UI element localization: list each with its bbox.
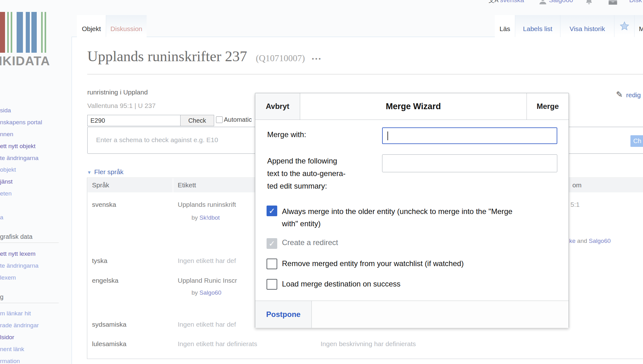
text-cursor [387, 131, 388, 140]
table-row-language: tyska [92, 257, 107, 265]
load-destination-label: Load merge destination on success [282, 280, 401, 288]
postpone-button[interactable]: Postpone [255, 301, 312, 328]
sidebar-item[interactable]: nskapens portal [0, 116, 42, 128]
sidebar-item[interactable]: rade ändringar [0, 319, 39, 331]
sidebar-item[interactable]: ett nytt objekt [0, 140, 35, 152]
language-label: svenska [500, 0, 524, 3]
more-languages-toggle[interactable]: ▾ Fler språk [88, 168, 123, 176]
table-row-description: Ingen beskrivning har definierats [321, 340, 416, 348]
check-button[interactable]: Check [180, 115, 214, 126]
tab-more-menu[interactable]: M [634, 15, 643, 37]
attribution-user-link[interactable]: ke [569, 238, 575, 244]
title-underline [87, 74, 643, 74]
create-redirect-label: Create a redirect [282, 238, 338, 247]
alias-fragment: 5:1 [570, 201, 580, 208]
table-bottom-border [87, 359, 643, 359]
cancel-button[interactable]: Avbryt [255, 93, 300, 120]
sidebar-item[interactable]: rmation [0, 355, 20, 364]
append-label-line: ted edit summary: [267, 180, 346, 192]
entity-description: runristning i Uppland [87, 88, 148, 96]
sidebar-item[interactable]: objekt [0, 164, 16, 176]
table-row-language: sydsamiska [92, 321, 127, 328]
sidebar-item[interactable]: a [0, 211, 3, 223]
bell-icon[interactable] [585, 0, 593, 6]
tab-diskussion[interactable]: Diskussion [106, 15, 147, 37]
sidebar-item[interactable]: nnen [0, 128, 13, 140]
sidebar-item[interactable]: sida [0, 104, 11, 116]
more-languages-label: Fler språk [94, 168, 123, 175]
sidebar-item[interactable]: lexem [0, 272, 16, 284]
label-attribution: by Sk!dbot [192, 214, 220, 221]
table-row-label: Ingen etikett har def [178, 257, 236, 265]
wikidata-logo[interactable]: IKIDATA [0, 12, 50, 67]
pencil-icon: ✎ [616, 90, 623, 99]
by-text: by [192, 214, 198, 221]
sidebar-header-tools: g [0, 293, 59, 303]
table-row-label: Ingen etikett har definierats [178, 340, 257, 348]
sidebar-item[interactable]: jänst [0, 176, 13, 188]
talk-link[interactable]: Disk [629, 0, 642, 4]
logo-bar [0, 12, 5, 53]
tab-visa-historik[interactable]: Visa historik [560, 15, 614, 37]
entity-qid: (Q10710007) [256, 53, 305, 63]
label-attribution: by Salgo60 [192, 289, 221, 296]
logo-bar [45, 12, 46, 53]
tab-las[interactable]: Läs [495, 15, 515, 37]
attribution-user-link[interactable]: Salgo60 [589, 238, 611, 244]
check-icon: ✓ [269, 206, 275, 215]
merge-wizard-dialog: Avbryt Merge Wizard Merge Merge with: Ap… [255, 93, 569, 328]
column-header-alias-fragment: om [572, 181, 581, 189]
sidebar-item[interactable]: eten [0, 188, 12, 200]
language-selector[interactable]: 文A svenska [489, 0, 524, 4]
sidebar-item[interactable]: te ändringarna [0, 260, 39, 272]
check-icon: ✓ [269, 239, 275, 248]
remove-watchlist-label: Remove merged entity from your watchlist… [282, 259, 464, 268]
sidebar-item[interactable]: ett nytt lexem [0, 248, 35, 260]
automatic-checkbox[interactable] [216, 116, 223, 123]
and-text: and [577, 238, 587, 244]
tab-objekt[interactable]: Objekt [77, 15, 106, 37]
page-title: Upplands runinskrifter 237 (Q10710007) •… [87, 48, 322, 65]
sidebar-header-lexicographic: grafisk data [0, 233, 59, 243]
logo-bar [31, 12, 37, 53]
edit-link[interactable]: redig [626, 91, 641, 99]
user-icon [539, 0, 547, 5]
append-summary-input[interactable] [382, 154, 557, 172]
by-text: by [192, 289, 198, 296]
tab-watch-star[interactable] [614, 15, 634, 37]
attribution-user-link[interactable]: Salgo60 [199, 289, 221, 296]
tab-labels-list[interactable]: Labels list [515, 15, 560, 37]
star-icon [619, 21, 629, 33]
inbox-tray-icon[interactable] [608, 0, 618, 6]
logo-bar [26, 12, 30, 53]
table-row-language: engelska [92, 277, 118, 284]
always-merge-older-label: Always merge into the older entity (unch… [282, 205, 530, 230]
sidebar-item[interactable]: nent länk [0, 343, 24, 355]
username-link[interactable]: Salgo60 [549, 0, 573, 4]
append-summary-label: Append the following text to the auto-ge… [267, 155, 346, 192]
logo-bar [17, 12, 23, 53]
entity-title: Upplands runinskrifter 237 [87, 48, 247, 64]
always-merge-older-checkbox[interactable]: ✓ [267, 206, 277, 216]
sidebar-item[interactable]: lsidor [0, 331, 14, 343]
schema-placeholder: Enter a schema to check against e.g. E10 [96, 136, 218, 144]
table-row-label: Uppland Runic Inscr [178, 277, 237, 284]
entity-aliases: Vallentuna 95:1 | U 237 [87, 102, 156, 110]
chevron-down-icon: ▾ [88, 169, 91, 175]
sidebar-item[interactable]: te ändringarna [0, 152, 39, 164]
attribution-user-link[interactable]: Sk!dbot [199, 214, 219, 221]
load-destination-checkbox[interactable] [267, 279, 277, 290]
schema-id-input[interactable] [87, 115, 181, 126]
automatic-label: Automatic [224, 116, 252, 123]
sidebar-item[interactable]: m länkar hit [0, 308, 31, 319]
append-label-line: text to the auto-genera- [267, 167, 346, 180]
check-button-right[interactable]: Ch [630, 135, 643, 147]
logo-bar [41, 12, 43, 53]
remove-watchlist-checkbox[interactable] [267, 259, 277, 269]
create-redirect-checkbox[interactable]: ✓ [267, 238, 277, 249]
edit-control[interactable]: ✎ redig [616, 90, 641, 99]
ellipsis-menu-icon[interactable]: ••• [312, 55, 322, 63]
language-icon: 文A [489, 0, 499, 3]
merge-with-input[interactable] [382, 127, 557, 144]
merge-button[interactable]: Merge [527, 93, 569, 120]
